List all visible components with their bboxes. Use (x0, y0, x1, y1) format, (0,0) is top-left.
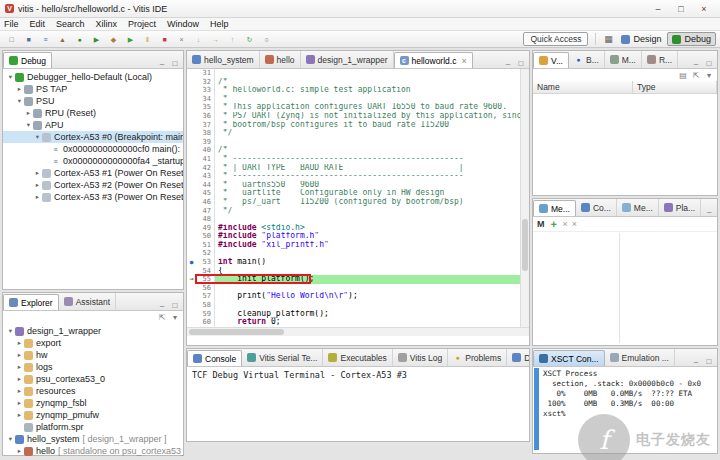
remove-all-monitors-icon[interactable]: × (572, 219, 577, 229)
maximize-icon[interactable]: □ (170, 59, 180, 68)
collapse-all-icon[interactable]: ⇱ (157, 313, 167, 322)
tab-v-[interactable]: V... (533, 52, 569, 69)
tab-explorer[interactable]: Explorer (3, 294, 59, 311)
tree-expand-arrow-icon[interactable]: ▸ (15, 339, 24, 347)
code-editor[interactable]: 3132/*33 * helloworld.c: simple test app… (187, 69, 520, 327)
code-line[interactable]: 40/* (187, 146, 520, 155)
xsct-process-scrollbar[interactable] (534, 368, 539, 450)
code-line[interactable]: 60 return 0; (187, 318, 520, 327)
tab-pla-[interactable]: Pla... (659, 199, 701, 216)
tree-collapse-arrow-icon[interactable]: ▾ (6, 73, 15, 81)
tree-item[interactable]: ▾APU (3, 119, 183, 131)
terminate-icon[interactable]: ■ (157, 32, 172, 47)
view-menu-icon[interactable]: ▾ (704, 71, 714, 80)
code-line[interactable]: 41 * -----------------------------------… (187, 155, 520, 164)
disconnect-icon[interactable]: × (174, 32, 189, 47)
menu-file[interactable]: File (4, 19, 19, 29)
tab-assistant[interactable]: Assistant (59, 293, 117, 310)
code-line[interactable]: 45 * uartlite Configurable only in HW de… (187, 189, 520, 198)
tab-executables[interactable]: Executables (323, 349, 392, 366)
tree-collapse-arrow-icon[interactable]: ▾ (6, 327, 15, 335)
code-line[interactable]: 35 * This application configures UART 16… (187, 103, 520, 112)
tab-problems[interactable]: ●Problems (448, 349, 507, 366)
tab-debug[interactable]: Debug (3, 52, 52, 69)
tree-item[interactable]: ▾design_1_wrapper (3, 325, 183, 337)
tree-item[interactable]: ▸PS TAP (3, 83, 183, 95)
minimize-icon[interactable]: – (157, 59, 167, 68)
editor-vertical-scrollbar[interactable] (520, 69, 529, 327)
code-line[interactable]: 38 */ (187, 129, 520, 138)
tree-item[interactable]: ▸Cortex-A53 #2 (Power On Reset) (3, 179, 183, 191)
code-line[interactable]: 47 */ (187, 207, 520, 216)
code-line[interactable]: 42 * | UART TYPE BAUD RATE | (187, 164, 520, 173)
tab-helloworld-c[interactable]: chelloworld.c× (394, 52, 473, 69)
tree-expand-arrow-icon[interactable]: ▸ (33, 169, 42, 177)
step-into-icon[interactable]: ↓ (191, 32, 206, 47)
add-memory-monitor-icon[interactable]: ＋ (549, 217, 559, 231)
tree-item[interactable]: ▾Cortex-A53 #0 (Breakpoint: main), EL3 (3, 131, 183, 143)
tree-item[interactable]: ▸resources (3, 385, 183, 397)
tree-collapse-arrow-icon[interactable]: ▾ (6, 435, 15, 443)
perspective-debug[interactable]: Debug (667, 32, 716, 46)
tree-expand-arrow-icon[interactable]: ▸ (33, 193, 42, 201)
tree-item[interactable]: platform.spr (3, 421, 183, 433)
tab-debugger-co-[interactable]: Debugger Co... (507, 349, 529, 366)
resume-icon[interactable]: ▶ (123, 32, 138, 47)
tree-item[interactable]: ▸hw (3, 349, 183, 361)
tree-item[interactable]: ▸zynqmp_fsbl (3, 397, 183, 409)
minimize-icon[interactable]: – (503, 59, 513, 68)
tree-expand-arrow-icon[interactable]: ▸ (15, 351, 24, 359)
debug-icon[interactable]: ● (72, 32, 87, 47)
perspective-design[interactable]: Design (617, 32, 665, 46)
tab-console[interactable]: Console (187, 350, 242, 367)
tree-collapse-arrow-icon[interactable]: ▾ (24, 121, 33, 129)
tree-expand-arrow-icon[interactable]: ▸ (15, 447, 24, 455)
minimize-icon[interactable]: – (157, 301, 167, 310)
menu-edit[interactable]: Edit (30, 19, 46, 29)
tree-item[interactable]: ▸Cortex-A53 #1 (Power On Reset) (3, 167, 183, 179)
quick-access-button[interactable]: Quick Access (523, 32, 588, 46)
code-line[interactable]: 57 print("Hello World\n\r"); (187, 292, 520, 301)
suspend-icon[interactable]: ‖ (140, 32, 155, 47)
code-line[interactable]: 58 (187, 301, 520, 310)
save-icon[interactable]: ■ (21, 32, 36, 47)
close-icon[interactable]: × (461, 56, 466, 66)
tree-item[interactable]: ▸logs (3, 361, 183, 373)
tree-item[interactable]: ▾hello_system[ design_1_wrapper ] (3, 433, 183, 445)
close-icon[interactable]: × (693, 2, 715, 16)
restart-icon[interactable]: ↻ (242, 32, 257, 47)
minimize-icon[interactable]: – (647, 2, 669, 16)
tree-item[interactable]: ▾PSU (3, 95, 183, 107)
code-line[interactable]: 51#include "xil_printf.h" (187, 241, 520, 250)
code-line[interactable]: 48 (187, 215, 520, 224)
editor-horizontal-scrollbar[interactable] (187, 327, 529, 336)
code-line[interactable]: →55 init_platform(); (187, 275, 520, 284)
view-menu-icon[interactable]: ▾ (170, 313, 180, 322)
tree-expand-arrow-icon[interactable]: ▸ (15, 375, 24, 383)
code-line[interactable]: 59 cleanup_platform(); (187, 310, 520, 319)
tab-vitis-log[interactable]: Vitis Log (393, 349, 448, 366)
program-flash-icon[interactable]: ◆ (106, 32, 121, 47)
code-line[interactable]: 49#include <stdio.h> (187, 224, 520, 233)
tree-item[interactable]: ▾Debugger_hello-Default (Local) (3, 71, 183, 83)
tab-hello[interactable]: hello (260, 51, 301, 68)
tab-co-[interactable]: Co... (576, 199, 617, 216)
code-line[interactable]: 46 * ps7_uart 115200 (configured by boot… (187, 198, 520, 207)
tab-me-[interactable]: Me... (533, 200, 576, 217)
tree-expand-arrow-icon[interactable]: ▸ (15, 399, 24, 407)
new-icon[interactable]: □ (4, 32, 19, 47)
open-perspective-icon[interactable]: ▦ (603, 34, 613, 44)
code-line[interactable]: 43 * -----------------------------------… (187, 172, 520, 181)
remove-memory-monitor-icon[interactable]: × (563, 219, 568, 229)
code-line[interactable]: 32/* (187, 78, 520, 87)
tree-collapse-arrow-icon[interactable]: ▾ (33, 133, 42, 141)
step-over-icon[interactable]: → (208, 32, 223, 47)
menu-xilinx[interactable]: Xilinx (96, 19, 118, 29)
code-line[interactable]: 34 * (187, 95, 520, 104)
code-line[interactable]: 33 * helloworld.c: simple test applicati… (187, 86, 520, 95)
minimize-icon[interactable]: – (691, 59, 701, 68)
collapse-all-icon[interactable]: ⇱ (691, 71, 701, 80)
tree-collapse-arrow-icon[interactable]: ▾ (15, 97, 24, 105)
menu-help[interactable]: Help (210, 19, 229, 29)
menu-project[interactable]: Project (128, 19, 156, 29)
